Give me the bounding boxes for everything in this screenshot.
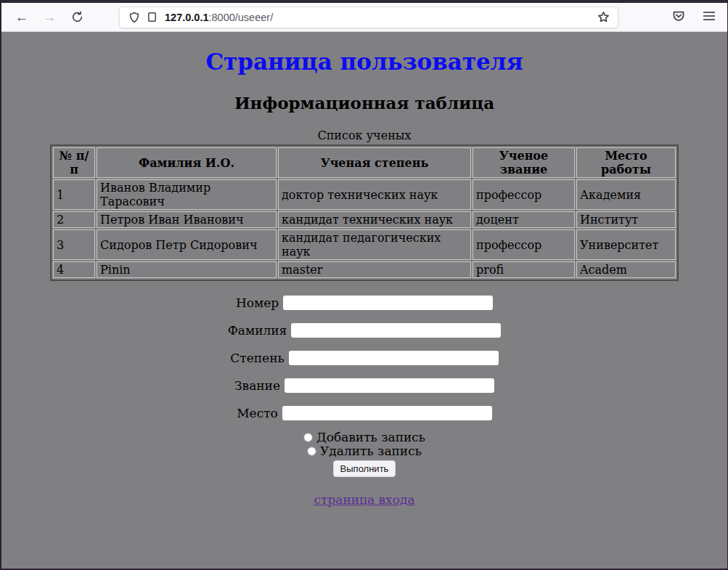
text-input[interactable] <box>289 351 499 365</box>
table-header-cell: № п/п <box>53 147 95 178</box>
reload-icon[interactable] <box>68 9 86 26</box>
form-field-row: Место <box>1 404 727 419</box>
radio-button-icon[interactable] <box>307 447 316 456</box>
radio-option[interactable]: Удалить запись <box>1 444 727 458</box>
table-cell: кандидат педагогических наук <box>278 229 471 260</box>
nav-button-group: ← → <box>1 9 119 26</box>
table-body: 1Иванов Владимир Тарасовичдоктор техниче… <box>53 179 676 278</box>
field-label: Фамилия <box>228 323 287 338</box>
text-input[interactable] <box>282 406 492 420</box>
shield-icon[interactable] <box>126 9 143 26</box>
text-input[interactable] <box>285 378 494 393</box>
table-cell: Иванов Владимир Тарасович <box>97 179 277 210</box>
table-cell: доцент <box>473 211 575 228</box>
execute-button[interactable]: Выполнить <box>333 460 396 477</box>
table-header-cell: Ученое звание <box>473 147 575 178</box>
pocket-icon[interactable] <box>672 9 685 25</box>
page-icon[interactable] <box>143 9 160 26</box>
table-header-cell: Место работы <box>576 147 676 178</box>
radio-button-icon[interactable] <box>303 433 313 442</box>
table-cell: 3 <box>53 229 95 260</box>
table-cell: профессор <box>473 179 575 210</box>
table-caption: Список ученых <box>1 129 727 142</box>
text-input[interactable] <box>283 296 493 310</box>
page-subtitle: Информационная таблица <box>1 93 727 113</box>
record-form: Номер Фамилия Степень Звание Место Добав… <box>1 294 727 507</box>
table-cell: 1 <box>53 179 95 210</box>
table-cell: Academ <box>576 261 676 278</box>
table-cell: кандидат технических наук <box>278 211 471 228</box>
table-cell: Петров Иван Иванович <box>97 211 277 228</box>
table-row: 1Иванов Владимир Тарасовичдоктор техниче… <box>53 179 676 210</box>
radio-label: Удалить запись <box>320 444 422 458</box>
browser-toolbar: ← → 127.0.0.1:8000/useeer/ <box>1 3 727 32</box>
table-cell: профессор <box>473 229 575 260</box>
page-content: Страница пользователя Информационная таб… <box>1 32 727 569</box>
table-head: № п/пФамилия И.О.Ученая степеньУченое зв… <box>53 147 676 178</box>
form-field-row: Фамилия <box>1 322 727 336</box>
bookmark-star-icon[interactable] <box>594 9 612 26</box>
table-cell: master <box>278 261 471 278</box>
table-cell: Pinin <box>97 261 277 278</box>
browser-window: ← → 127.0.0.1:8000/useeer/ <box>0 0 728 570</box>
forward-icon: → <box>41 9 58 26</box>
radio-option[interactable]: Добавить запись <box>1 431 727 444</box>
table-header-row: № п/пФамилия И.О.Ученая степеньУченое зв… <box>53 147 676 178</box>
field-label: Место <box>237 406 278 420</box>
form-fields: Номер Фамилия Степень Звание Место <box>1 294 727 419</box>
table-cell: Университет <box>576 229 676 260</box>
form-field-row: Степень <box>1 349 727 364</box>
url-host: 127.0.0.1 <box>165 12 208 23</box>
url-bar[interactable]: 127.0.0.1:8000/useeer/ <box>119 7 618 28</box>
table-cell: Институт <box>576 211 676 228</box>
table-row: 2Петров Иван Ивановичкандидат технически… <box>53 211 676 228</box>
radio-group: Добавить запись Удалить запись <box>1 431 727 458</box>
table-cell: Сидоров Петр Сидорович <box>97 229 277 260</box>
table-cell: 2 <box>53 211 95 228</box>
form-field-row: Номер <box>1 294 727 309</box>
table-row: 3Сидоров Петр Сидоровичкандидат педагоги… <box>53 229 676 260</box>
menu-icon[interactable] <box>703 11 716 24</box>
field-label: Степень <box>230 351 284 365</box>
field-label: Звание <box>234 378 280 393</box>
scientists-table: № п/пФамилия И.О.Ученая степеньУченое зв… <box>50 144 679 281</box>
login-page-link[interactable]: страница входа <box>314 492 414 507</box>
table-cell: доктор технических наук <box>278 179 471 210</box>
toolbar-right-group <box>618 9 727 25</box>
table-cell: profi <box>473 261 575 278</box>
url-text[interactable]: 127.0.0.1:8000/useeer/ <box>160 12 594 23</box>
url-path: :8000/useeer/ <box>208 12 273 23</box>
back-icon[interactable]: ← <box>13 9 30 26</box>
form-field-row: Звание <box>1 377 727 391</box>
text-input[interactable] <box>291 323 501 338</box>
table-header-cell: Ученая степень <box>278 147 471 178</box>
page-title: Страница пользователя <box>1 49 727 75</box>
table-cell: 4 <box>53 261 95 278</box>
table-row: 4PininmasterprofiAcadem <box>53 261 676 278</box>
table-cell: Академия <box>576 179 676 210</box>
footer-link-row: страница входа <box>1 477 727 507</box>
radio-label: Добавить запись <box>316 430 425 444</box>
submit-row: Выполнить <box>1 458 727 477</box>
table-header-cell: Фамилия И.О. <box>97 147 277 178</box>
field-label: Номер <box>236 296 279 310</box>
